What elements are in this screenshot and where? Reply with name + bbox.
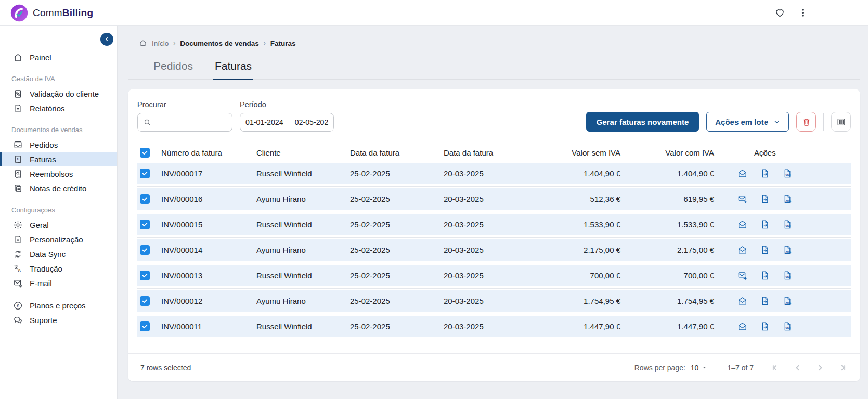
mail-open-icon[interactable] xyxy=(737,245,747,255)
table-row: INV/000015Russell Winfield25-02-202520-0… xyxy=(137,214,851,235)
rows-per-page-label: Rows per page: xyxy=(634,364,685,372)
mail-open-icon[interactable] xyxy=(737,169,747,178)
export-file-icon[interactable] xyxy=(760,245,770,255)
sidebar-item-notas-de-credito[interactable]: Notas de crédito xyxy=(0,182,117,196)
regenerate-invoices-button[interactable]: Gerar faturas novamente xyxy=(586,112,699,132)
row-checkbox[interactable] xyxy=(140,220,150,229)
euro-circle-icon: € xyxy=(13,301,23,311)
export-xml-icon[interactable]: XML xyxy=(782,296,792,306)
sidebar-item-e-mail[interactable]: E-mail xyxy=(0,276,117,290)
due-date-cell: 20-03-2025 xyxy=(444,169,537,178)
export-xml-icon[interactable]: XML xyxy=(782,194,792,204)
invoice-date-cell: 25-02-2025 xyxy=(350,169,444,178)
send-email-icon[interactable] xyxy=(737,194,747,204)
search-input[interactable] xyxy=(156,118,227,126)
sidebar-item-label: Pedidos xyxy=(30,140,58,149)
export-xml-icon[interactable]: XML xyxy=(782,245,792,255)
chevron-right-icon: › xyxy=(264,40,266,47)
invoice-date-cell: 25-02-2025 xyxy=(350,322,444,331)
rows-per-page-select[interactable]: 10 xyxy=(691,364,708,372)
svg-text:€: € xyxy=(17,157,19,161)
mail-gear-icon xyxy=(13,278,23,288)
more-vertical-icon[interactable] xyxy=(798,8,808,18)
export-xml-icon[interactable]: XML xyxy=(782,169,792,178)
mail-open-icon[interactable] xyxy=(737,296,747,306)
breadcrumb-inicio[interactable]: Início xyxy=(152,40,169,47)
export-file-icon[interactable] xyxy=(760,321,770,331)
tab-faturas[interactable]: Faturas xyxy=(213,60,253,80)
period-field[interactable]: 01-01-2024 — 02-05-202 xyxy=(240,113,334,132)
toolbar-divider xyxy=(823,113,824,131)
client-cell: Ayumu Hirano xyxy=(256,195,350,203)
row-checkbox[interactable] xyxy=(140,321,150,331)
breadcrumb-documentos[interactable]: Documentos de vendas xyxy=(180,40,259,47)
export-file-icon[interactable] xyxy=(760,169,770,178)
mail-open-icon[interactable] xyxy=(737,321,747,331)
sidebar-item-pedidos[interactable]: Pedidos xyxy=(0,138,117,152)
column-settings-button[interactable] xyxy=(831,112,851,132)
breadcrumb: Início › Documentos de vendas › Faturas xyxy=(139,39,868,47)
sidebar-item-planos-e-precos[interactable]: €Planos e preços xyxy=(0,299,117,313)
sidebar-item-data-sync[interactable]: Data Sync xyxy=(0,247,117,261)
sidebar-item-suporte[interactable]: Suporte xyxy=(0,313,117,327)
sidebar-item-personalizacao[interactable]: Personalização xyxy=(0,233,117,247)
last-page-icon[interactable] xyxy=(837,363,848,373)
sidebar-item-painel[interactable]: Painel xyxy=(0,50,117,65)
col-actions: Ações xyxy=(714,148,851,157)
export-file-icon[interactable] xyxy=(760,194,770,204)
row-actions: XML xyxy=(714,245,851,255)
app-title: CommBilling xyxy=(33,7,93,19)
export-file-icon[interactable] xyxy=(760,296,770,306)
export-xml-icon[interactable]: XML xyxy=(782,321,792,331)
sidebar-item-validacao-do-cliente[interactable]: Validação do cliente xyxy=(0,87,117,101)
sidebar-item-label: E-mail xyxy=(30,279,52,288)
export-xml-icon[interactable]: XML xyxy=(782,220,792,229)
translate-icon: A xyxy=(13,264,23,274)
home-icon xyxy=(139,39,147,47)
sidebar-item-reembolsos[interactable]: Reembolsos xyxy=(0,167,117,181)
row-actions: XML xyxy=(714,194,851,204)
sidebar-item-traducao[interactable]: ATradução xyxy=(0,262,117,276)
row-checkbox[interactable] xyxy=(140,194,150,204)
select-all-checkbox[interactable] xyxy=(140,148,150,158)
sidebar-item-geral[interactable]: Geral xyxy=(0,218,117,232)
svg-text:XML: XML xyxy=(785,225,792,228)
net-amount-cell: 512,36 € xyxy=(537,195,620,203)
delete-button[interactable] xyxy=(796,112,816,132)
row-checkbox[interactable] xyxy=(140,245,150,255)
tab-pedidos[interactable]: Pedidos xyxy=(152,60,195,80)
doc-star-icon xyxy=(13,235,23,244)
export-file-icon[interactable] xyxy=(760,220,770,229)
sidebar-item-relatorios[interactable]: Relatórios xyxy=(0,101,117,115)
logo-icon xyxy=(10,4,28,22)
col-invoice-number: Número da fatura xyxy=(161,148,256,157)
next-page-icon[interactable] xyxy=(815,363,825,373)
sidebar-item-label: Geral xyxy=(30,221,49,229)
search-field[interactable] xyxy=(137,113,232,132)
send-email-icon[interactable] xyxy=(737,271,747,280)
favorite-heart-icon[interactable] xyxy=(774,7,785,18)
table-row: INV/000013Russell Winfield25-02-202520-0… xyxy=(137,265,851,286)
copy-icon xyxy=(13,184,23,194)
mail-open-icon[interactable] xyxy=(737,220,747,229)
previous-page-icon[interactable] xyxy=(793,363,803,373)
chevron-right-icon: › xyxy=(173,40,175,47)
invoices-card: Procurar Período 01-01-2024 — 02-05-202 xyxy=(128,89,860,381)
col-client: Cliente xyxy=(256,148,350,157)
bulk-actions-button[interactable]: Ações em lote xyxy=(706,112,789,132)
export-file-icon[interactable] xyxy=(760,271,770,280)
row-checkbox[interactable] xyxy=(140,296,150,306)
support-icon xyxy=(13,315,23,325)
invoice-number-cell: INV/000012 xyxy=(161,297,256,305)
sidebar-collapse-button[interactable] xyxy=(100,33,113,46)
export-xml-icon[interactable]: XML xyxy=(782,271,792,280)
first-page-icon[interactable] xyxy=(770,363,781,373)
svg-text:€: € xyxy=(17,303,19,308)
row-actions: XML xyxy=(714,321,851,331)
sidebar-item-faturas[interactable]: €Faturas xyxy=(0,152,117,166)
row-checkbox[interactable] xyxy=(140,271,150,280)
gross-amount-cell: 1.533,90 € xyxy=(620,220,714,229)
row-checkbox[interactable] xyxy=(140,169,150,178)
col-gross-amount: Valor com IVA xyxy=(620,148,714,157)
page-range-text: 1–7 of 7 xyxy=(727,364,754,372)
